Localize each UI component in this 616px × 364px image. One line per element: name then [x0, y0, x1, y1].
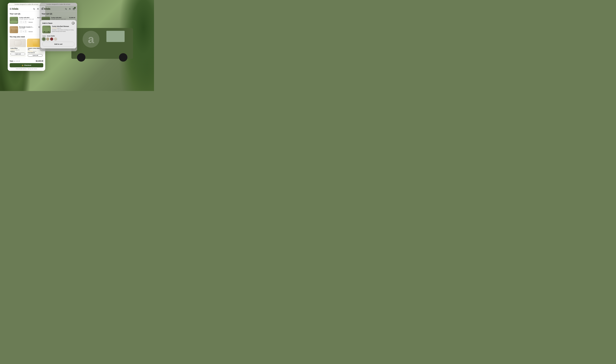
star-icon: ★: [29, 51, 30, 52]
account-icon[interactable]: [37, 8, 39, 10]
quantity-value: 1: [23, 21, 24, 23]
star-icon: ★: [56, 27, 57, 29]
star-icon: ★: [55, 27, 56, 29]
selected-colour-name: Green Wattle: [47, 35, 55, 37]
upsell-product-name: Koala Pillow: [11, 48, 25, 49]
quantity-control: − 1 +: [19, 30, 27, 33]
rating-count: (102): [17, 49, 19, 50]
total-gst-label: (incl. GST): [13, 61, 19, 62]
rating-count: (10): [35, 51, 36, 52]
star-icon: ★: [52, 27, 53, 29]
star-icon: ★: [53, 27, 54, 29]
star-icon: ★: [31, 51, 32, 52]
colour-label: Colour: Green Wattle: [42, 35, 75, 37]
quick-add-button-mattress[interactable]: + Quick add: [28, 54, 42, 57]
cart-total-row: Total (incl. GST) ▾ $2,440.00: [8, 59, 45, 63]
modal-product-image: [42, 26, 51, 33]
cart-item-name: Rectangle Coaster C...: [19, 26, 37, 28]
upsell-price: $155.00: [11, 51, 25, 52]
star-icon: ★: [12, 49, 12, 50]
quick-add-button-pillow[interactable]: + Quick add: [11, 53, 25, 55]
quantity-increase-button[interactable]: +: [25, 30, 26, 32]
modal-product-name: Cushy Sofa Bed Ottoman: [52, 26, 75, 27]
delivery-note: Fast & flexible delivery + 120-day free …: [8, 68, 45, 71]
quantity-decrease-button[interactable]: −: [20, 21, 22, 23]
remove-item-button[interactable]: Remove: [28, 21, 33, 23]
svg-point-0: [33, 8, 34, 9]
star-icon: ★: [54, 27, 55, 29]
modal-close-button[interactable]: ✕: [72, 22, 75, 25]
rating-number: 4.8: [33, 51, 34, 52]
upsell-card-pillow: Koala Pillow ★ ★ ★ ★ ★ 4.9 (102) $155.00…: [10, 39, 26, 57]
product-rating: ★ ★ ★ ★ ★ 4.8 (10): [28, 51, 42, 52]
ottoman-shape: [43, 27, 50, 32]
logo-area: kōala: [10, 7, 18, 10]
cart-item-details: Cushy Sofa Bed 3-Seater (Queen) / Gum Le…: [19, 17, 36, 23]
colour-swatch-green-wattle[interactable]: [42, 38, 45, 41]
modal-product-description: Available in two fabrics including our t…: [52, 29, 75, 32]
star-icon: ★: [14, 49, 15, 50]
star-icon: ★: [13, 49, 14, 50]
modal-title: Add & Save: [42, 22, 52, 24]
checkout-label: Checkout: [24, 65, 31, 66]
quantity-row: − 1 + Remove: [19, 30, 37, 33]
colour-swatches: [42, 38, 75, 41]
cart-item-variant: 3-Seater (Queen) / Gum Leaf: [19, 18, 36, 20]
total-label: Total (incl. GST) ▾: [10, 60, 20, 62]
sofa-shape: [10, 18, 17, 23]
product-image-table: [10, 26, 18, 33]
cart-item-name: Cushy Sofa Bed: [19, 17, 36, 18]
star-icon: ★: [32, 51, 33, 52]
add-save-modal: Add & Save ✕ Cushy Sofa Bed Ottoman: [40, 20, 77, 48]
site-logo: kōala: [12, 7, 18, 10]
modal-product-info: Cushy Sofa Bed Ottoman ★ ★ ★ ★ ★ 4.9 (10…: [40, 26, 77, 35]
colour-swatch-cream[interactable]: [54, 38, 57, 41]
basket-shape: [33, 40, 38, 46]
modal-rating-count: (102): [59, 28, 61, 29]
quantity-decrease-button[interactable]: −: [20, 30, 22, 32]
search-icon[interactable]: [33, 8, 35, 10]
product-rating: ★ ★ ★ ★ ★ 4.9 (102): [11, 49, 25, 50]
add-to-cart-button[interactable]: Add to cart: [42, 42, 75, 46]
quantity-increase-button[interactable]: +: [25, 21, 26, 23]
colour-text: Colour:: [42, 35, 46, 37]
star-icon: ★: [28, 51, 29, 52]
svg-point-2: [38, 8, 38, 9]
lock-icon: 🔒: [22, 65, 23, 66]
total-amount: $2,440.00: [36, 60, 43, 62]
svg-line-1: [34, 9, 35, 10]
quantity-row: − 1 + Remove: [19, 21, 36, 23]
cart-item-details: Rectangle Coaster C... Iced Coffee − 1 +…: [19, 26, 37, 33]
checkout-button[interactable]: 🔒 Checkout: [10, 63, 43, 67]
remove-item-button[interactable]: Remove: [28, 31, 33, 32]
cart-panel-secondary: Furniture designed for modern life at ho…: [40, 3, 77, 51]
pillow-shape: [14, 40, 21, 45]
colour-swatch-sand[interactable]: [46, 38, 49, 41]
table-shape: [10, 28, 17, 32]
colour-swatch-burgundy[interactable]: [50, 38, 53, 41]
cart-item-variant: Iced Coffee: [19, 28, 37, 29]
colour-section: Colour: Green Wattle: [40, 35, 77, 42]
modal-product-details: Cushy Sofa Bed Ottoman ★ ★ ★ ★ ★ 4.9 (10…: [52, 26, 75, 32]
quantity-value: 1: [23, 31, 24, 32]
upsell-price: from $110.00: [28, 52, 42, 53]
hamburger-menu[interactable]: [10, 8, 12, 10]
total-text: Total: [10, 60, 13, 62]
rating-number: 4.9: [16, 49, 17, 50]
product-image-sofa: [10, 17, 18, 24]
chevron-down-icon[interactable]: ▾: [19, 61, 20, 62]
star-icon: ★: [13, 49, 13, 50]
modal-header: Add & Save ✕: [40, 20, 77, 26]
star-icon: ★: [30, 51, 31, 52]
upsell-info: Koala Pillow ★ ★ ★ ★ ★ 4.9 (102) $155.00: [10, 47, 26, 52]
star-icon: ★: [11, 49, 11, 50]
modal-rating-number: 4.9: [57, 28, 59, 29]
upsell-image-pillow: [10, 39, 26, 47]
quantity-control: − 1 +: [19, 21, 27, 23]
modal-product-rating: ★ ★ ★ ★ ★ 4.9 (102): [52, 27, 75, 29]
